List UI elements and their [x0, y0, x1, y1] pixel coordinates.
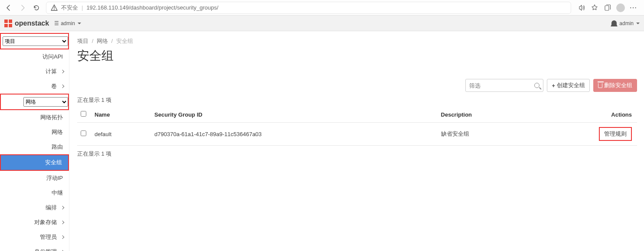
showing-count-top: 正在显示 1 项 — [77, 96, 637, 104]
plus-icon — [552, 82, 555, 89]
col-actions: Actions — [533, 107, 637, 123]
avatar-icon — [616, 3, 625, 12]
browser-toolbar: 不安全 | 192.168.110.149/dashboard/project/… — [0, 0, 644, 16]
chevron-right-icon — [61, 206, 64, 209]
breadcrumb-project[interactable]: 项目 — [77, 38, 88, 44]
url-text: 192.168.110.149/dashboard/project/securi… — [86, 4, 218, 11]
sidebar-item-volumes[interactable]: 卷 — [0, 79, 69, 94]
sidebar-item-label: 计算 — [46, 68, 57, 75]
profile-button[interactable] — [615, 2, 627, 14]
caret-down-icon — [636, 23, 640, 24]
insecure-label: 不安全 — [61, 4, 78, 12]
openstack-logo[interactable]: openstack — [4, 20, 49, 27]
read-aloud-button[interactable] — [575, 2, 588, 14]
sidebar-item-object-store[interactable]: 对象存储 — [0, 215, 69, 230]
breadcrumb-network[interactable]: 网络 — [97, 38, 108, 44]
delete-security-group-button[interactable]: 删除安全组 — [593, 79, 637, 92]
sidebar-item-admin[interactable]: 管理员 — [0, 230, 69, 244]
sidebar: 项目 访问API 计算 卷 网络 网络拓扑 网络 路由 安全 — [0, 31, 69, 251]
chevron-right-icon — [61, 235, 64, 239]
sidebar-item-trunks[interactable]: 中继 — [0, 186, 69, 200]
sidebar-item-label: 中继 — [52, 189, 63, 197]
sidebar-item-label: 网络拓扑 — [40, 114, 63, 121]
project-select-wrapper: 项目 — [0, 33, 69, 49]
row-checkbox[interactable] — [81, 130, 86, 136]
breadcrumb-separator: / — [92, 38, 94, 44]
sidebar-item-label: 路由 — [52, 143, 63, 151]
favorites-button[interactable] — [588, 2, 601, 14]
button-label: 创建安全组 — [557, 81, 585, 89]
breadcrumb-separator: / — [111, 38, 113, 44]
col-description[interactable]: Description — [438, 107, 533, 123]
breadcrumb: 项目 / 网络 / 安全组 — [77, 37, 637, 45]
cell-name: default — [91, 123, 151, 146]
search-icon — [534, 83, 539, 88]
forward-button[interactable] — [16, 2, 29, 14]
more-icon: ··· — [630, 4, 637, 11]
filter-input[interactable] — [469, 82, 526, 89]
sidebar-item-security-groups[interactable]: 安全组 — [0, 154, 69, 171]
reload-icon — [33, 4, 40, 11]
user-menu[interactable]: admin — [611, 20, 640, 26]
back-button[interactable] — [3, 2, 15, 14]
cell-description: 缺省安全组 — [438, 123, 533, 146]
star-icon — [591, 4, 598, 12]
sidebar-item-label: 浮动IP — [46, 174, 63, 182]
sidebar-item-label: 安全组 — [45, 159, 62, 166]
chevron-right-icon — [61, 85, 64, 88]
insecure-icon — [51, 4, 58, 11]
sidebar-item-identity[interactable]: 身份管理 — [0, 244, 69, 251]
domain-picker[interactable]: ☰ admin — [54, 20, 81, 26]
address-bar[interactable]: 不安全 | 192.168.110.149/dashboard/project/… — [46, 2, 571, 14]
sidebar-item-label: 编排 — [46, 204, 57, 212]
project-select[interactable]: 项目 — [3, 36, 68, 46]
sidebar-item-floating-ips[interactable]: 浮动IP — [0, 171, 69, 186]
create-security-group-button[interactable]: 创建安全组 — [547, 79, 590, 92]
table-toolbar: 创建安全组 删除安全组 — [77, 79, 637, 92]
table-header-row: Name Security Group ID Description Actio… — [77, 107, 637, 123]
caret-down-icon — [78, 23, 81, 24]
main-content: 项目 / 网络 / 安全组 安全组 创建安全组 删除安全组 正在显示 1 项 — [69, 31, 644, 251]
sidebar-item-api-access[interactable]: 访问API — [0, 49, 69, 64]
network-select[interactable]: 网络 — [23, 97, 68, 107]
openstack-topbar: openstack ☰ admin admin — [0, 16, 644, 31]
user-label: admin — [619, 20, 634, 26]
address-separator: | — [82, 4, 83, 11]
sidebar-item-orchestration[interactable]: 编排 — [0, 200, 69, 215]
arrow-left-icon — [5, 4, 12, 11]
sidebar-item-compute[interactable]: 计算 — [0, 64, 69, 79]
table-row: default d790370a-61a1-41c7-89a9-11c53646… — [77, 123, 637, 146]
col-sgid[interactable]: Security Group ID — [151, 107, 437, 123]
sidebar-item-label: 身份管理 — [34, 248, 57, 251]
page-title: 安全组 — [77, 48, 637, 64]
user-icon — [611, 20, 617, 26]
filter-box[interactable] — [465, 79, 543, 92]
sidebar-item-label: 访问API — [42, 53, 63, 61]
chevron-right-icon — [61, 70, 64, 73]
sidebar-item-topology[interactable]: 网络拓扑 — [0, 110, 69, 125]
sidebar-item-label: 卷 — [51, 82, 57, 90]
arrow-right-icon — [19, 4, 26, 11]
domain-label: admin — [61, 20, 75, 26]
sidebar-item-label: 对象存储 — [34, 218, 57, 226]
more-button[interactable]: ··· — [628, 2, 640, 14]
network-select-wrapper: 网络 — [0, 94, 69, 110]
trash-icon — [598, 83, 602, 88]
browser-right-icons: ··· — [575, 2, 641, 14]
svg-rect-0 — [605, 6, 609, 10]
sidebar-item-networks[interactable]: 网络 — [0, 125, 69, 140]
collections-button[interactable] — [602, 2, 614, 14]
domain-prefix-icon: ☰ — [54, 20, 59, 26]
select-all-checkbox[interactable] — [81, 111, 86, 117]
collections-icon — [604, 4, 611, 12]
button-label: 删除安全组 — [604, 81, 632, 89]
col-name[interactable]: Name — [91, 107, 151, 123]
manage-rules-button[interactable]: 管理规则 — [599, 127, 632, 141]
brand-text: openstack — [15, 20, 49, 27]
sidebar-item-routers[interactable]: 路由 — [0, 140, 69, 154]
breadcrumb-current: 安全组 — [116, 38, 133, 44]
read-aloud-icon — [578, 4, 585, 12]
reload-button[interactable] — [30, 2, 42, 14]
sidebar-item-label: 管理员 — [40, 233, 57, 241]
chevron-right-icon — [61, 221, 64, 224]
